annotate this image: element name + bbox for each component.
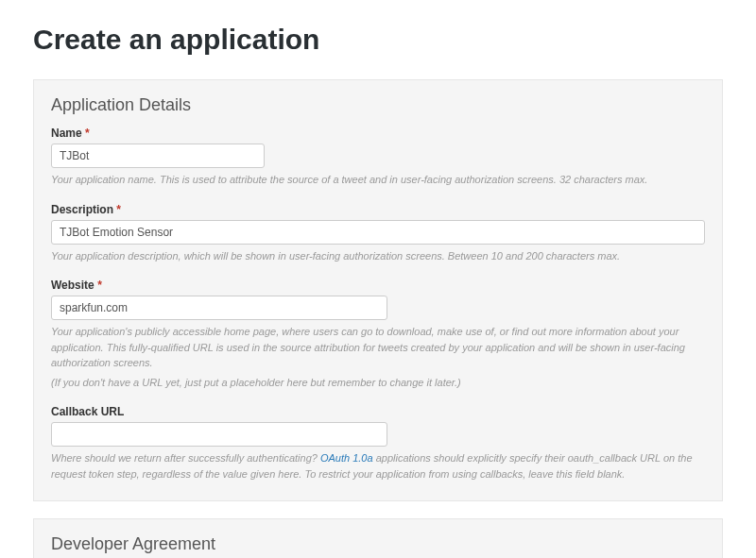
- name-label-text: Name: [51, 127, 82, 140]
- website-help-2: (If you don't have a URL yet, just put a…: [51, 375, 705, 391]
- website-label-text: Website: [51, 279, 94, 292]
- description-group: Description * Your application descripti…: [51, 203, 705, 264]
- name-label: Name *: [51, 127, 705, 140]
- description-label-text: Description: [51, 203, 113, 216]
- callback-group: Callback URL Where should we return afte…: [51, 405, 705, 482]
- name-group: Name * Your application name. This is us…: [51, 127, 705, 188]
- name-input[interactable]: [51, 144, 265, 168]
- page-title: Create an application: [33, 24, 723, 56]
- website-label: Website *: [51, 279, 705, 292]
- application-details-title: Application Details: [51, 95, 705, 115]
- website-help-1: Your application's publicly accessible h…: [51, 324, 705, 371]
- website-required-mark: *: [97, 279, 102, 292]
- callback-label: Callback URL: [51, 405, 705, 418]
- name-required-mark: *: [85, 127, 90, 140]
- website-group: Website * Your application's publicly ac…: [51, 279, 705, 390]
- oauth-link[interactable]: OAuth 1.0a: [320, 452, 373, 464]
- application-details-panel: Application Details Name * Your applicat…: [33, 79, 723, 501]
- description-label: Description *: [51, 203, 705, 216]
- description-help: Your application description, which will…: [51, 248, 705, 264]
- callback-input[interactable]: [51, 422, 387, 447]
- developer-agreement-panel: Developer Agreement Yes, I have read and…: [33, 518, 723, 558]
- developer-agreement-title: Developer Agreement: [51, 534, 705, 554]
- callback-help-pre: Where should we return after successfull…: [51, 452, 320, 464]
- callback-help: Where should we return after successfull…: [51, 450, 705, 482]
- description-required-mark: *: [116, 203, 121, 216]
- name-help: Your application name. This is used to a…: [51, 172, 705, 188]
- website-input[interactable]: [51, 296, 387, 320]
- description-input[interactable]: [51, 220, 705, 245]
